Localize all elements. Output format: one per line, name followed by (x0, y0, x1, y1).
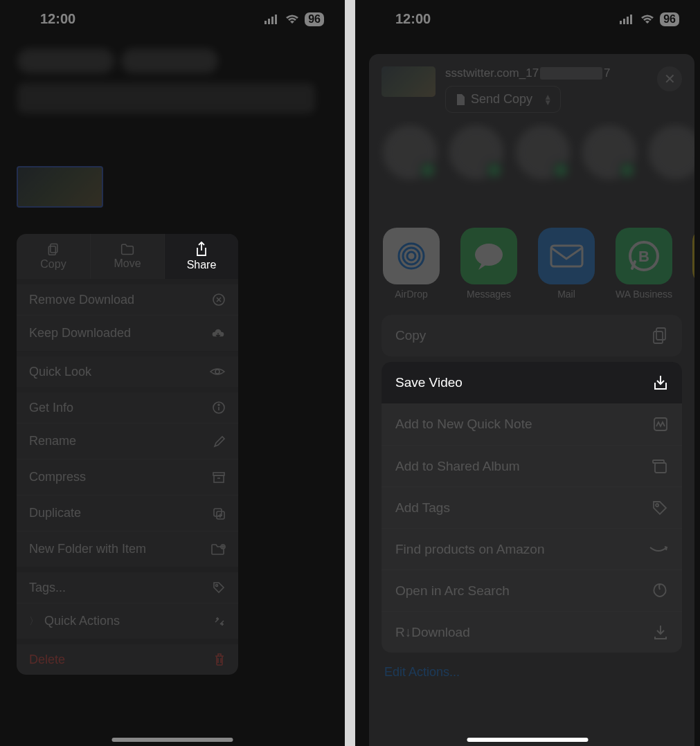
share-action[interactable]: Share (165, 234, 238, 279)
messages-app[interactable]: Messages (460, 228, 517, 300)
quick-actions-row[interactable]: 〉Quick Actions (17, 603, 238, 639)
share-thumbnail (382, 66, 436, 97)
notes-app[interactable] (693, 228, 694, 300)
contact-item[interactable] (516, 125, 570, 225)
messages-label: Messages (467, 289, 511, 300)
add-tags-row[interactable]: Add Tags (382, 486, 682, 528)
contact-item[interactable] (383, 125, 437, 225)
contacts-row (369, 121, 694, 225)
wa-business-icon: B (616, 228, 672, 284)
svg-rect-11 (214, 475, 224, 482)
folder-icon (120, 243, 134, 255)
shared-album-row[interactable]: Add to Shared Album (382, 445, 682, 486)
copy-action-row[interactable]: Copy (382, 315, 682, 356)
home-indicator[interactable] (112, 738, 233, 742)
share-label: Share (187, 259, 217, 271)
new-folder-label: New Folder with Item (29, 542, 146, 556)
compress-row[interactable]: Compress (17, 459, 238, 495)
copy-icon (652, 327, 668, 345)
cloud-download-icon (210, 327, 226, 340)
svg-rect-0 (264, 21, 267, 24)
copy-action[interactable]: Copy (17, 234, 91, 279)
edit-actions-link[interactable]: Edit Actions... (369, 658, 694, 686)
phone-left: 12:00 96 Copy Move Sh (0, 0, 345, 746)
svg-rect-24 (551, 246, 582, 266)
shared-album-label: Add to Shared Album (395, 459, 520, 474)
delete-row[interactable]: Delete (17, 639, 238, 675)
rdownload-row[interactable]: R↓Download (382, 611, 682, 653)
screenshot-divider (345, 0, 355, 746)
share-filename: ssstwitter.com_17 7 (445, 66, 611, 80)
context-top-actions: Copy Move Share (17, 234, 238, 279)
svg-rect-3 (275, 15, 277, 24)
contact-item[interactable] (449, 125, 503, 225)
tags-row[interactable]: Tags... (17, 567, 238, 603)
rdownload-label: R↓Download (395, 625, 470, 640)
status-icons: 96 (620, 12, 679, 26)
delete-label: Delete (29, 653, 65, 667)
arc-label: Open in Arc Search (395, 583, 510, 599)
save-video-row[interactable]: Save Video (382, 362, 682, 403)
chevron-updown-icon: ▲▼ (544, 94, 552, 105)
send-copy-dropdown[interactable]: Send Copy ▲▼ (445, 86, 561, 113)
quick-look-row[interactable]: Quick Look (17, 351, 238, 387)
svg-rect-28 (654, 331, 663, 343)
svg-rect-1 (268, 19, 270, 24)
signal-icon (620, 15, 635, 24)
svg-rect-30 (655, 463, 666, 473)
wifi-icon (285, 15, 299, 24)
duplicate-row[interactable]: Duplicate (17, 495, 238, 531)
arc-row[interactable]: Open in Arc Search (382, 570, 682, 611)
shared-album-icon (652, 459, 668, 474)
status-bar: 12:00 96 (0, 0, 345, 38)
svg-rect-5 (48, 246, 55, 255)
contact-item[interactable] (649, 125, 694, 225)
move-action[interactable]: Move (91, 234, 165, 279)
contact-item[interactable] (582, 125, 636, 225)
signal-icon (264, 15, 280, 24)
pencil-icon (213, 435, 226, 448)
battery-badge: 96 (305, 12, 324, 26)
tag-icon (212, 581, 226, 594)
mail-app[interactable]: Mail (538, 228, 595, 300)
filename-redacted (540, 67, 602, 80)
quick-actions-icon (213, 615, 226, 628)
compress-label: Compress (29, 470, 86, 484)
remove-download-icon (212, 293, 226, 307)
close-icon: ✕ (664, 71, 676, 87)
wa-business-app[interactable]: B WA Business (616, 228, 672, 300)
home-indicator[interactable] (467, 738, 589, 742)
new-folder-row[interactable]: New Folder with Item (17, 531, 238, 567)
svg-rect-27 (656, 328, 665, 340)
keep-downloaded-label: Keep Downloaded (29, 326, 131, 340)
svg-rect-19 (630, 15, 632, 24)
airdrop-label: AirDrop (395, 289, 427, 300)
svg-point-23 (475, 244, 503, 266)
save-video-icon (653, 374, 668, 391)
trash-icon (213, 653, 226, 666)
keep-downloaded-row[interactable]: Keep Downloaded (17, 315, 238, 351)
mail-icon (538, 228, 595, 284)
get-info-row[interactable]: Get Info (17, 387, 238, 423)
airdrop-app[interactable]: AirDrop (383, 228, 440, 300)
filename-prefix: ssstwitter.com_17 (445, 66, 539, 80)
apps-row: AirDrop Messages Mail B WA Business (369, 225, 694, 309)
info-icon (212, 401, 226, 415)
svg-rect-29 (654, 418, 667, 430)
amazon-row[interactable]: Find products on Amazon (382, 528, 682, 570)
archive-icon (212, 471, 226, 484)
quick-note-row[interactable]: Add to New Quick Note (382, 403, 682, 445)
file-thumbnail[interactable] (17, 166, 103, 208)
rename-row[interactable]: Rename (17, 423, 238, 459)
filename-suffix: 7 (604, 66, 610, 80)
status-time: 12:00 (395, 11, 431, 27)
quick-actions-label: Quick Actions (44, 614, 120, 628)
mail-label: Mail (557, 289, 575, 300)
remove-download-row[interactable]: Remove Download (17, 279, 238, 315)
rename-label: Rename (29, 434, 76, 448)
svg-rect-16 (620, 21, 622, 24)
share-icon (195, 242, 208, 257)
close-button[interactable]: ✕ (657, 66, 682, 91)
share-sheet: ssstwitter.com_17 7 Send Copy ▲▼ ✕ (369, 54, 694, 746)
svg-point-7 (215, 370, 219, 374)
